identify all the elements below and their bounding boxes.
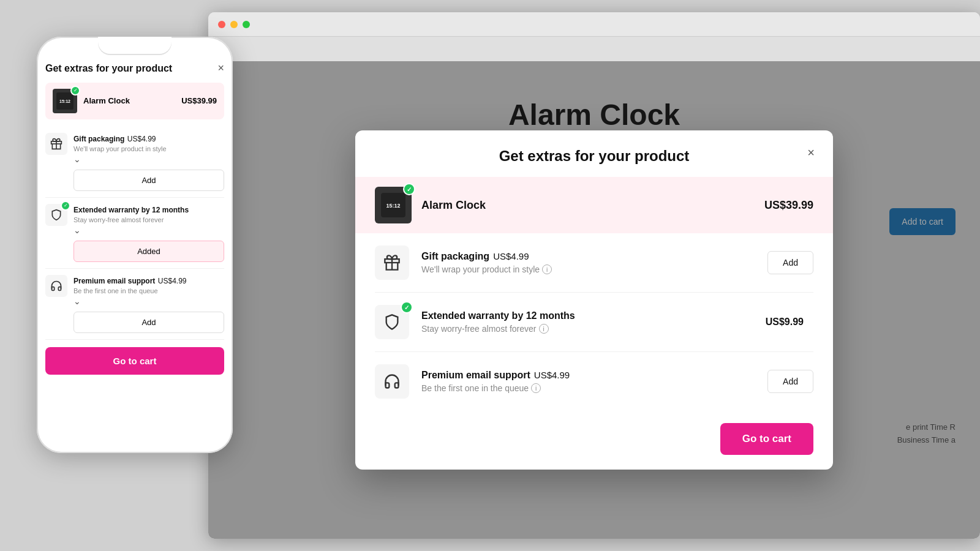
phone-warranty-content: Extended warranty by 12 months Stay worr… <box>74 204 224 262</box>
phone-extra-item-support: Premium email support US$4.99 Be the fir… <box>45 269 224 340</box>
modal-warranty-desc: Stay worry-free almost forever i <box>421 324 753 334</box>
phone-product-image: 15:12 ✓ <box>53 89 77 113</box>
modal-extras-list: Gift packaging US$4.99 We'll wrap your p… <box>355 233 833 411</box>
modal-product-image-wrap: 15:12 ✓ <box>375 187 412 223</box>
phone-support-chevron-icon: ⌄ <box>74 296 81 306</box>
browser-window: Alarm Clock Add to cart e print Time RBu… <box>208 12 980 539</box>
phone-gift-desc: We'll wrap your product in style <box>74 145 224 152</box>
phone-warranty-name-price: Extended warranty by 12 months <box>74 204 224 215</box>
modal-close-button[interactable]: × <box>801 143 821 162</box>
phone-warranty-icon-wrap: ✓ <box>45 204 67 226</box>
clock-icon: 15:12 <box>56 92 74 110</box>
modal-gift-title-line: Gift packaging US$4.99 <box>421 251 755 262</box>
phone-gift-chevron-icon: ⌄ <box>74 154 81 164</box>
modal-header: Get extras for your product × <box>355 130 833 177</box>
phone-close-button[interactable]: × <box>217 62 224 73</box>
modal-warranty-desc-text: Stay worry-free almost forever <box>421 324 537 334</box>
modal-clock-icon: 15:12 <box>381 193 405 217</box>
modal-extra-item-warranty: ✓ Extended warranty by 12 months Stay wo… <box>375 293 813 352</box>
modal-gift-price-inline: US$4.99 <box>493 251 529 261</box>
phone-modal-header: Get extras for your product × <box>45 54 224 83</box>
modal-warranty-name: Extended warranty by 12 months <box>421 310 575 321</box>
modal-support-add-button[interactable]: Add <box>767 370 813 393</box>
phone-warranty-check-badge: ✓ <box>61 201 70 211</box>
modal-support-info-icon[interactable]: i <box>531 383 541 393</box>
phone-support-add-button[interactable]: Add <box>74 312 224 333</box>
modal-title: Get extras for your product <box>375 148 813 165</box>
browser-content: Alarm Clock Add to cart e print Time RBu… <box>208 37 980 539</box>
phone-support-name-price: Premium email support US$4.99 <box>74 275 224 286</box>
modal-support-price-inline: US$4.99 <box>534 370 570 380</box>
phone-footer: Go to cart <box>45 340 224 375</box>
phone-gift-icon-wrap <box>45 133 67 155</box>
phone-gift-name: Gift packaging <box>74 135 124 143</box>
phone-gift-content: Gift packaging US$4.99 We'll wrap your p… <box>74 133 224 191</box>
modal-footer: Go to cart <box>355 411 833 470</box>
modal-gift-desc: We'll wrap your product in style i <box>421 264 755 274</box>
modal-headset-icon <box>383 373 401 390</box>
modal-gift-icon <box>383 254 401 271</box>
modal-support-content: Premium email support US$4.99 Be the fir… <box>421 370 755 393</box>
phone-product-check-badge: ✓ <box>70 86 80 96</box>
modal-gift-icon-wrap <box>375 246 409 280</box>
modal-gift-add-button[interactable]: Add <box>767 251 813 274</box>
browser-dots <box>218 21 250 28</box>
phone-support-content: Premium email support US$4.99 Be the fir… <box>74 275 224 333</box>
phone-warranty-name: Extended warranty by 12 months <box>74 206 189 214</box>
phone-inner: Get extras for your product × 15:12 ✓ Al… <box>37 54 233 375</box>
phone-headset-icon <box>50 280 62 292</box>
phone-shield-icon <box>50 209 62 221</box>
phone-product-name: Alarm Clock <box>83 96 175 105</box>
phone-gift-name-price: Gift packaging US$4.99 <box>74 133 224 144</box>
modal-gift-content: Gift packaging US$4.99 We'll wrap your p… <box>421 251 755 274</box>
svg-text:15:12: 15:12 <box>386 203 400 209</box>
browser-dot-red[interactable] <box>218 21 225 28</box>
modal-warranty-price: US$9.99 <box>766 317 804 328</box>
modal-extra-item-support: Premium email support US$4.99 Be the fir… <box>375 352 813 411</box>
browser-dot-yellow[interactable] <box>230 21 238 28</box>
modal: Get extras for your product × 15:12 ✓ <box>355 130 833 470</box>
phone-go-to-cart-button[interactable]: Go to cart <box>45 347 224 375</box>
svg-text:15:12: 15:12 <box>59 99 70 103</box>
phone-gift-price: US$4.99 <box>127 135 156 143</box>
phone-notch <box>98 37 172 54</box>
phone-mockup: Get extras for your product × 15:12 ✓ Al… <box>37 37 233 453</box>
phone-gift-add-button[interactable]: Add <box>74 170 224 191</box>
modal-product-check-badge: ✓ <box>403 183 415 195</box>
phone-extra-item-warranty: ✓ Extended warranty by 12 months Stay wo… <box>45 198 224 269</box>
modal-gift-name: Gift packaging <box>421 251 489 262</box>
modal-warranty-info-icon[interactable]: i <box>539 324 549 334</box>
modal-warranty-content: Extended warranty by 12 months Stay worr… <box>421 310 753 334</box>
modal-support-name: Premium email support <box>421 370 530 381</box>
phone-product-price: US$39.99 <box>181 96 217 105</box>
modal-product-price: US$39.99 <box>764 199 813 212</box>
modal-product-row: 15:12 ✓ Alarm Clock US$39.99 <box>355 177 833 233</box>
modal-warranty-check-badge: ✓ <box>401 301 413 313</box>
phone-product-row: 15:12 ✓ Alarm Clock US$39.99 <box>45 83 224 119</box>
modal-support-desc: Be the first one in the queue i <box>421 383 755 393</box>
phone-modal-title: Get extras for your product <box>45 62 172 75</box>
modal-shield-icon <box>383 313 401 331</box>
phone-extra-item-gift: Gift packaging US$4.99 We'll wrap your p… <box>45 127 224 198</box>
phone-support-price: US$4.99 <box>158 277 187 285</box>
phone-support-desc: Be the first one in the queue <box>74 287 224 294</box>
phone-support-icon-wrap <box>45 275 67 297</box>
phone-warranty-desc: Stay worry-free almost forever <box>74 216 224 223</box>
modal-gift-info-icon[interactable]: i <box>542 264 552 274</box>
modal-support-icon-wrap <box>375 364 409 399</box>
phone-support-name: Premium email support <box>74 277 155 285</box>
modal-go-to-cart-button[interactable]: Go to cart <box>720 423 813 455</box>
modal-support-desc-text: Be the first one in the queue <box>421 383 529 393</box>
phone-warranty-added-button[interactable]: Added <box>74 241 224 262</box>
modal-product-name: Alarm Clock <box>421 199 755 212</box>
browser-dot-green[interactable] <box>243 21 250 28</box>
modal-extra-item-gift: Gift packaging US$4.99 We'll wrap your p… <box>375 233 813 293</box>
modal-overlay: Get extras for your product × 15:12 ✓ <box>208 61 980 539</box>
browser-titlebar <box>208 12 980 37</box>
modal-warranty-title-line: Extended warranty by 12 months <box>421 310 753 321</box>
phone-warranty-chevron-icon: ⌄ <box>74 225 81 235</box>
modal-support-title-line: Premium email support US$4.99 <box>421 370 755 381</box>
modal-warranty-icon-wrap: ✓ <box>375 305 409 339</box>
modal-gift-desc-text: We'll wrap your product in style <box>421 264 540 274</box>
phone-gift-icon <box>50 138 62 150</box>
